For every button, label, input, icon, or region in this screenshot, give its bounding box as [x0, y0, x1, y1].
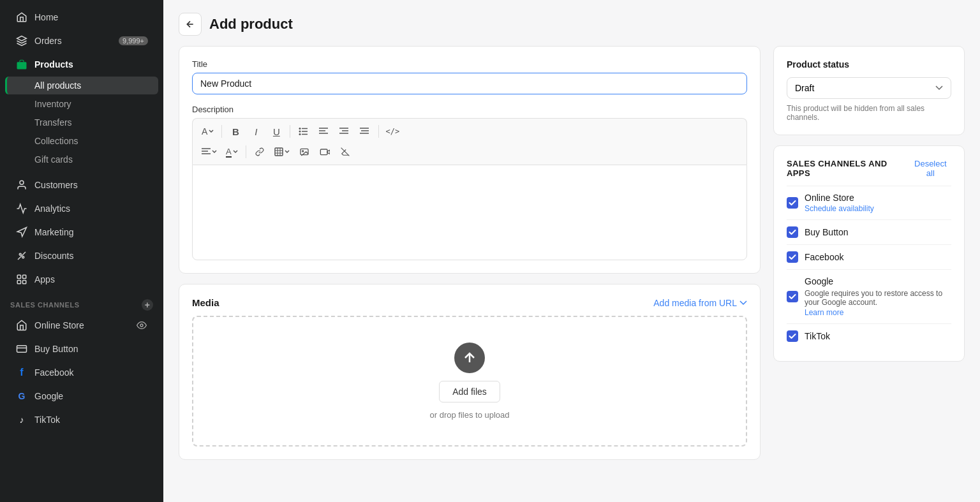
sidebar-item-discounts[interactable]: Discounts [5, 244, 158, 267]
facebook-icon: f [15, 366, 28, 379]
upload-area[interactable]: Add files or drop files to upload [192, 316, 747, 447]
font-style-button[interactable]: A [198, 124, 218, 139]
sidebar-sub-gift-cards[interactable]: Gift cards [5, 151, 158, 168]
sidebar-sub-inventory-label: Inventory [34, 99, 71, 109]
products-icon [15, 58, 28, 71]
online-store-icon [15, 319, 28, 332]
sc-tiktok-item: TikTok [787, 323, 951, 348]
sidebar-item-facebook-label: Facebook [34, 367, 73, 378]
code-button[interactable]: </> [383, 122, 402, 140]
bold-button[interactable]: B [226, 122, 245, 140]
sidebar-item-orders[interactable]: Orders 9,999+ [5, 29, 158, 52]
sc-online-store-label: Online Store [805, 193, 874, 203]
toolbar-divider-1 [221, 125, 222, 138]
sidebar-sub-collections[interactable]: Collections [5, 132, 158, 150]
back-button[interactable] [179, 13, 202, 36]
description-field-label: Description [192, 105, 747, 114]
page-title: Add product [209, 16, 293, 33]
sidebar-sub-transfers-label: Transfers [34, 117, 72, 128]
product-status-title: Product status [787, 59, 951, 70]
sidebar-item-marketing-label: Marketing [34, 227, 73, 237]
video-button[interactable] [315, 143, 334, 161]
sidebar-item-tiktok[interactable]: ♪ TikTok [5, 408, 158, 431]
sidebar-item-tiktok-label: TikTok [34, 415, 60, 425]
sc-google-item: Google Google requires you to restore ac… [787, 269, 951, 323]
customers-icon [15, 179, 28, 191]
product-status-card: Product status Draft Active This product… [773, 46, 965, 135]
orders-badge: 9,999+ [119, 36, 148, 45]
sidebar-item-analytics-label: Analytics [34, 203, 70, 214]
sidebar-sub-transfers[interactable]: Transfers [5, 114, 158, 131]
sales-channels-section-label: SALES CHANNELS + [0, 292, 163, 313]
link-button[interactable] [250, 143, 269, 161]
bullet-list-button[interactable] [294, 122, 313, 140]
align-dropdown-button[interactable] [198, 145, 221, 158]
sc-online-store-checkbox[interactable] [787, 197, 798, 209]
sidebar-item-products[interactable]: Products [5, 53, 158, 76]
add-files-button[interactable]: Add files [439, 381, 500, 402]
sc-online-store-sub: Online Store Schedule availability [805, 193, 874, 213]
main-content-area: Title Description A B I U [163, 46, 980, 475]
image-button[interactable] [295, 143, 314, 161]
table-button[interactable] [271, 145, 293, 159]
sidebar-item-apps[interactable]: Apps [5, 268, 158, 291]
sidebar-item-home-label: Home [34, 12, 58, 22]
sidebar-item-customers[interactable]: Customers [5, 173, 158, 196]
sc-buy-button-label: Buy Button [805, 227, 951, 237]
sidebar-item-facebook[interactable]: f Facebook [5, 361, 158, 384]
sidebar-item-analytics[interactable]: Analytics [5, 197, 158, 220]
sidebar-item-online-store[interactable]: Online Store [5, 314, 158, 337]
description-editor[interactable] [192, 165, 747, 260]
tiktok-icon: ♪ [15, 413, 28, 426]
svg-point-34 [302, 151, 303, 152]
svg-rect-8 [17, 346, 27, 353]
sc-google-sub: Google Google requires you to restore ac… [805, 276, 951, 317]
sidebar-item-buy-button-label: Buy Button [34, 344, 78, 354]
sc-schedule-availability-link[interactable]: Schedule availability [805, 204, 874, 213]
sidebar-item-home[interactable]: Home [5, 6, 158, 29]
sidebar-item-marketing[interactable]: Marketing [5, 221, 158, 244]
deselect-all-button[interactable]: Deselect all [910, 159, 951, 178]
left-column: Title Description A B I U [179, 46, 761, 460]
sc-tiktok-checkbox[interactable] [787, 330, 798, 342]
sidebar-sub-collections-label: Collections [34, 136, 78, 146]
outdent-button[interactable] [355, 122, 375, 140]
font-style-icon: A [202, 126, 207, 137]
product-status-select[interactable]: Draft Active [787, 77, 951, 99]
sidebar-item-google[interactable]: G Google [5, 385, 158, 408]
sidebar-sub-inventory[interactable]: Inventory [5, 95, 158, 113]
align-left-button[interactable] [315, 122, 334, 140]
add-sales-channel-button[interactable]: + [142, 299, 153, 311]
clear-format-button[interactable] [336, 143, 355, 161]
svg-point-7 [140, 324, 143, 327]
text-color-button[interactable]: A [222, 144, 242, 160]
svg-point-14 [299, 133, 301, 135]
home-icon [15, 11, 28, 24]
sc-google-learn-more-link[interactable]: Learn more [805, 308, 951, 317]
sales-channels-apps-title: SALES CHANNELS AND APPS [787, 159, 910, 178]
sc-google-note: Google requires you to restore access to… [805, 289, 951, 307]
sc-buy-button-checkbox[interactable] [787, 226, 798, 238]
sidebar-item-buy-button[interactable]: Buy Button [5, 337, 158, 360]
media-header: Media Add media from URL [192, 297, 747, 308]
svg-point-0 [20, 181, 24, 184]
italic-button[interactable]: I [246, 122, 265, 140]
add-media-from-url-button[interactable]: Add media from URL [653, 298, 747, 308]
sc-facebook-checkbox[interactable] [787, 251, 798, 263]
indent-button[interactable] [335, 122, 354, 140]
sidebar-sub-all-products[interactable]: All products [5, 77, 158, 94]
title-description-card: Title Description A B I U [179, 46, 761, 274]
svg-rect-3 [17, 275, 20, 278]
page-header: Add product [163, 0, 980, 46]
sales-channels-header: SALES CHANNELS AND APPS Deselect all [787, 159, 951, 178]
underline-button[interactable]: U [267, 122, 286, 140]
toolbar-divider-4 [246, 145, 246, 158]
sc-google-checkbox[interactable] [787, 291, 798, 302]
sidebar-item-google-label: Google [34, 391, 63, 401]
sidebar-item-apps-label: Apps [34, 274, 55, 284]
upload-hint: or drop files to upload [429, 410, 509, 420]
toolbar-divider-3 [378, 125, 379, 138]
media-card: Media Add media from URL Add files or dr… [179, 284, 761, 460]
title-input[interactable] [192, 73, 747, 94]
svg-point-12 [299, 131, 301, 133]
